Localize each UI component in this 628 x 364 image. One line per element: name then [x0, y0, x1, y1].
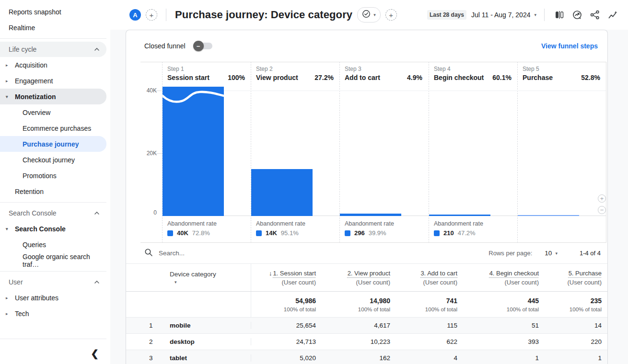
- sort-descending-icon: ↓: [269, 270, 272, 277]
- sidebar-item-monetization[interactable]: ▾Monetization: [0, 89, 106, 104]
- sidebar-section-user[interactable]: User: [0, 274, 106, 290]
- funnel-step-header: Step 4 Begin checkout60.1%: [429, 62, 517, 87]
- sidebar-item-retention[interactable]: Retention: [0, 183, 106, 199]
- sidebar-item-google-organic-search[interactable]: Google organic search traf…: [0, 252, 106, 268]
- sidebar-divider: [0, 202, 106, 203]
- gridline-40k: [162, 91, 606, 91]
- y-tick-20k: 20K: [128, 150, 157, 157]
- comparison-chip-a[interactable]: A: [129, 9, 141, 21]
- insights-sparkle-icon[interactable]: [607, 9, 618, 21]
- plus-icon: +: [150, 11, 154, 19]
- column-header-view-product[interactable]: 2. View product (User count): [323, 264, 397, 291]
- funnel-chart: Step 1 Session start100% Step 2 View pro…: [126, 62, 607, 243]
- closed-funnel-label: Closed funnel: [144, 42, 186, 50]
- expand-closed-icon[interactable]: ▸: [6, 63, 8, 68]
- date-range-value[interactable]: Jul 11 - Aug 7, 2024: [471, 11, 531, 19]
- step-name: Session start: [167, 74, 209, 81]
- purchase-journey-card: Closed funnel − View funnel steps: [126, 30, 608, 364]
- table-row-mobile[interactable]: 1 mobile 25,654 4,617 115 51 14: [126, 318, 607, 334]
- report-status-pill[interactable]: ▾: [357, 7, 381, 23]
- bar-clipped-tear-line: [163, 90, 224, 106]
- funnel-bottom-border: [140, 242, 606, 243]
- sidebar-item-realtime[interactable]: Realtime: [0, 20, 106, 35]
- view-funnel-steps-link[interactable]: View funnel steps: [541, 42, 598, 50]
- column-header-session-start[interactable]: ↓1. Session start (User count): [251, 264, 323, 291]
- rows-per-page-label: Rows per page:: [488, 250, 532, 257]
- header-divider: [166, 9, 166, 21]
- table-row-desktop[interactable]: 2 desktop 24,713 10,223 622 393 220: [126, 334, 607, 350]
- sidebar-divider: [0, 339, 106, 339]
- edit-comparisons-icon[interactable]: [554, 9, 565, 21]
- sidebar-section-search-console[interactable]: Search Console: [0, 205, 106, 221]
- chevron-up-icon[interactable]: [94, 280, 100, 284]
- chevron-down-icon: ▾: [373, 12, 376, 17]
- legend-square-icon: [434, 230, 440, 236]
- dimension-selector[interactable]: Device category▾: [156, 264, 251, 291]
- table-totals-row: 54,986100% of total 14,980100% of total …: [126, 292, 607, 318]
- abandonment-cell: Abandonment rate 21047.2%: [429, 216, 517, 243]
- chevron-down-icon: ▾: [174, 280, 244, 284]
- chevron-up-icon[interactable]: [94, 47, 100, 51]
- abandonment-cell: Abandonment rate 29639.9%: [339, 216, 428, 243]
- sidebar-divider: [0, 271, 106, 272]
- step-name: Begin checkout: [434, 74, 484, 81]
- search-input[interactable]: [159, 250, 302, 257]
- funnel-bar-purchase[interactable]: [518, 215, 579, 216]
- sidebar-item-checkout-journey[interactable]: Checkout journey: [0, 152, 106, 168]
- table-header-row: Device category▾ ↓1. Session start (User…: [126, 264, 607, 292]
- sidebar-item-overview[interactable]: Overview: [0, 104, 106, 120]
- report-header: A + Purchase journey: Device category ▾ …: [110, 0, 628, 30]
- plus-icon: +: [389, 11, 393, 19]
- funnel-step-header: Step 2 View product27.2%: [251, 62, 339, 87]
- sidebar-item-queries[interactable]: Queries: [0, 237, 106, 252]
- expand-open-icon[interactable]: ▾: [6, 227, 8, 231]
- table-row-tablet[interactable]: 3 tablet 5,020 162 4 1 1: [126, 350, 607, 364]
- step-completion-rate: 4.9%: [407, 74, 422, 81]
- closed-funnel-toggle[interactable]: −: [194, 43, 212, 49]
- sidebar-item-promotions[interactable]: Promotions: [0, 168, 106, 183]
- expand-open-icon[interactable]: ▾: [6, 94, 8, 99]
- add-report-tab-button[interactable]: +: [385, 9, 397, 21]
- search-icon: [144, 248, 153, 259]
- chevron-down-icon[interactable]: ▾: [555, 251, 558, 256]
- insights-bubble-icon[interactable]: [571, 9, 583, 21]
- add-comparison-button[interactable]: +: [146, 9, 157, 21]
- step-name: View product: [256, 74, 298, 81]
- sidebar-item-acquisition[interactable]: ▸Acquisition: [0, 57, 106, 73]
- legend-square-icon: [256, 230, 262, 236]
- chevron-up-icon[interactable]: [94, 211, 100, 215]
- sidebar-item-ecommerce-purchases[interactable]: Ecommerce purchases: [0, 120, 106, 136]
- step-completion-rate: 100%: [228, 74, 245, 81]
- chevron-down-icon[interactable]: ▾: [534, 12, 536, 17]
- legend-square-icon: [167, 230, 173, 236]
- sidebar-item-engagement[interactable]: ▸Engagement: [0, 73, 106, 89]
- sidebar-item-purchase-journey[interactable]: Purchase journey: [0, 136, 106, 152]
- column-header-begin-checkout[interactable]: 4. Begin checkout (User count): [464, 264, 546, 291]
- expand-closed-icon[interactable]: ▸: [6, 311, 8, 316]
- sidebar-item-reports-snapshot[interactable]: Reports snapshot: [0, 4, 106, 20]
- ga4-app: Reports snapshot Realtime Life cycle ▸Ac…: [0, 0, 628, 364]
- expand-closed-icon[interactable]: ▸: [6, 79, 8, 83]
- column-header-purchase[interactable]: 5. Purchase (User count): [546, 264, 608, 291]
- funnel-data-table: Device category▾ ↓1. Session start (User…: [126, 264, 607, 364]
- rows-per-page-select[interactable]: 10: [545, 250, 552, 257]
- abandonment-cell: Abandonment rate 14K95.1%: [251, 216, 339, 243]
- check-circle-icon: [362, 10, 371, 20]
- column-header-add-to-cart[interactable]: 3. Add to cart (User count): [397, 264, 464, 291]
- zoom-out-button[interactable]: −: [598, 206, 606, 214]
- sidebar-item-user-attributes[interactable]: ▸User attributes: [0, 290, 106, 306]
- collapse-sidebar-button[interactable]: ❮: [91, 348, 99, 359]
- sidebar-section-life-cycle[interactable]: Life cycle: [0, 42, 106, 57]
- step-name: Purchase: [523, 74, 553, 81]
- sidebar-item-tech[interactable]: ▸Tech: [0, 306, 106, 321]
- expand-closed-icon[interactable]: ▸: [6, 296, 8, 300]
- funnel-bar-view-product[interactable]: [251, 169, 313, 216]
- step-name: Add to cart: [345, 74, 380, 81]
- funnel-bar-session-start[interactable]: [163, 87, 224, 216]
- sidebar-item-search-console[interactable]: ▾Search Console: [0, 221, 106, 237]
- page-title: Purchase journey: Device category: [175, 9, 352, 21]
- step-completion-rate: 60.1%: [492, 74, 512, 81]
- share-icon[interactable]: [589, 9, 601, 21]
- toggle-knob-minus-icon: −: [193, 41, 204, 51]
- zoom-in-button[interactable]: +: [598, 194, 606, 203]
